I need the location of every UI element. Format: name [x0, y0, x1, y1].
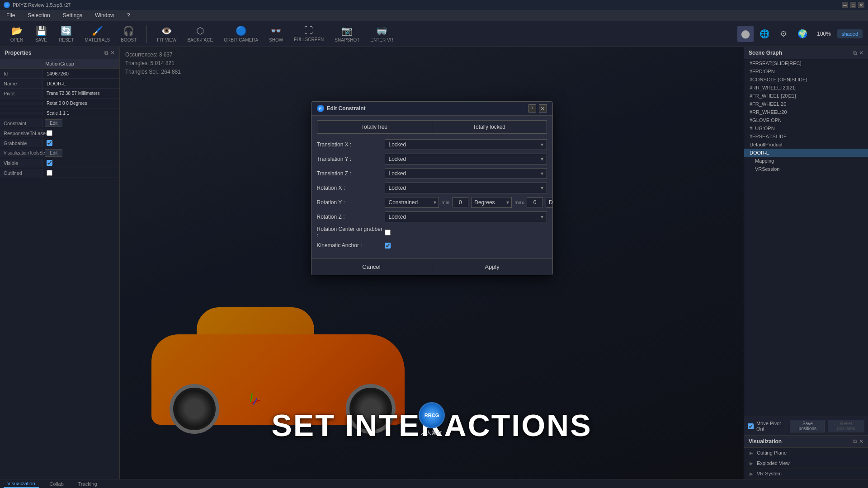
rotation-z-row: Rotation Z : Locked Free Constrained: [317, 211, 547, 222]
rotation-y-min-unit-dropdown[interactable]: Degrees Radians: [471, 197, 512, 208]
rotation-y-type-dropdown[interactable]: Constrained Locked Free: [385, 197, 439, 208]
visualization-header: Visualization ⧉ ✕: [744, 435, 868, 448]
dialog-help-button[interactable]: ?: [528, 104, 536, 113]
kinematic-anchor-checkbox[interactable]: [385, 243, 391, 249]
rotation-y-min-input[interactable]: [452, 197, 468, 207]
reset-positions-button[interactable]: Reset positions: [828, 420, 864, 432]
scene-item-glove[interactable]: #GLOVE:OPN: [744, 116, 868, 124]
shaded-button[interactable]: shaded: [837, 29, 863, 38]
scene-item-vrsession[interactable]: VRSession: [744, 165, 868, 173]
menu-selection[interactable]: Selection: [25, 11, 52, 19]
boost-button[interactable]: 🎧 BOOST: [116, 23, 141, 44]
dialog-close-button[interactable]: ✕: [539, 104, 547, 113]
orbit-camera-button[interactable]: 🔵 ORBIT CAMERA: [219, 23, 263, 44]
translation-y-select[interactable]: Locked Free Constrained: [385, 154, 547, 164]
scene-item-mapping[interactable]: Mapping: [744, 157, 868, 165]
minimize-button[interactable]: —: [842, 2, 848, 8]
translation-y-label: Translation Y :: [317, 156, 385, 162]
menu-window[interactable]: Window: [92, 11, 117, 19]
tab-visualization[interactable]: Visualization: [4, 480, 39, 488]
show-button[interactable]: 👓 SHOW: [264, 23, 288, 44]
visible-checkbox[interactable]: [47, 160, 52, 166]
constraint-edit-button[interactable]: Edit: [45, 119, 62, 127]
scene-item-rr-wheel-20[interactable]: #RR_WHEEL:20: [744, 108, 868, 116]
translation-x-select[interactable]: Locked Free Constrained: [385, 139, 547, 150]
rotation-z-select[interactable]: Locked Free Constrained: [385, 211, 547, 222]
translation-y-dropdown[interactable]: Locked Free Constrained: [385, 154, 547, 164]
responsive-checkbox[interactable]: [47, 130, 52, 136]
totally-locked-button[interactable]: Totally locked: [432, 121, 547, 133]
outlined-checkbox[interactable]: [47, 170, 52, 176]
menu-file[interactable]: File: [4, 11, 18, 19]
translation-x-label: Translation X :: [317, 141, 385, 148]
scene-item-frseat-slide[interactable]: #FRSEAT:[SLIDE|REC]: [744, 59, 868, 67]
triangles-text: Triangles: 5 014 821: [125, 59, 181, 68]
scene-item-default-product[interactable]: DefaultProduct: [744, 141, 868, 149]
panel-detach-icon[interactable]: ⧉: [104, 50, 108, 56]
prop-grabbable-row: Grabbable: [0, 138, 119, 148]
viz-edit-button[interactable]: Edit: [45, 149, 62, 157]
rotation-x-select[interactable]: Locked Free Constrained: [385, 183, 547, 193]
prop-id-label: Id: [0, 70, 43, 78]
rotation-y-type-select[interactable]: Constrained Locked Free: [385, 197, 439, 208]
close-button[interactable]: ✕: [858, 2, 864, 8]
scene-item-lug[interactable]: #LUG:OPN: [744, 124, 868, 132]
scene-item-frseat-slide2[interactable]: #FRSEAT:SLIDE: [744, 132, 868, 141]
scene-item-door-l[interactable]: DOOR-L: [744, 149, 868, 157]
scene-graph-header: Scene Graph ⧉ ✕: [744, 47, 868, 59]
viewport[interactable]: Occurrences: 3 637 Triangles: 5 014 821 …: [120, 47, 744, 479]
back-face-button[interactable]: ⬡ BACK-FACE: [183, 23, 217, 44]
scene-item-frd[interactable]: #FRD:OPN: [744, 67, 868, 75]
dialog-title-bar: P Edit Constraint ? ✕: [311, 102, 552, 116]
viz-exploded-view[interactable]: ▶ Exploded View: [744, 458, 868, 469]
scene-item-rr-wheel-20-21[interactable]: #RR_WHEEL:[20|21]: [744, 84, 868, 92]
save-icon: 💾: [36, 25, 47, 36]
grid-icon-btn[interactable]: 🌐: [756, 26, 773, 42]
tab-collab[interactable]: Collab: [46, 480, 67, 488]
translation-z-dropdown[interactable]: Locked Free Constrained: [385, 168, 547, 179]
title-bar-controls[interactable]: — □ ✕: [842, 2, 864, 8]
open-button[interactable]: 📂 OPEN: [5, 23, 28, 44]
cancel-button[interactable]: Cancel: [311, 259, 432, 275]
scene-close-icon[interactable]: ✕: [859, 50, 863, 56]
viz-detach-icon[interactable]: ⧉: [853, 438, 857, 445]
translation-x-dropdown[interactable]: Locked Free Constrained: [385, 139, 547, 150]
rrcg-watermark: RRCG 人人素材: [419, 402, 445, 436]
menu-settings[interactable]: Settings: [60, 11, 85, 19]
maximize-button[interactable]: □: [850, 2, 856, 8]
totally-free-button[interactable]: Totally free: [317, 121, 432, 133]
fullscreen-button[interactable]: ⛶ FULLSCREEN: [289, 23, 328, 44]
rotation-y-max-unit-dropdown[interactable]: Degrees Radians: [546, 197, 552, 208]
enter-vr-button[interactable]: 🥽 ENTER VR: [366, 23, 398, 44]
scene-item-fr-wheel-20[interactable]: #FR_WHEEL:20: [744, 100, 868, 108]
rotation-x-dropdown[interactable]: Locked Free Constrained: [385, 183, 547, 193]
materials-button[interactable]: 🖌️ MATERIALS: [80, 23, 114, 44]
menu-help[interactable]: ?: [124, 11, 133, 19]
viz-close-icon[interactable]: ✕: [859, 438, 863, 445]
globe-icon-btn[interactable]: 🌍: [794, 26, 811, 42]
snapshot-button[interactable]: 📷 SNAPSHOT: [330, 23, 364, 44]
settings-icon-btn[interactable]: ⚙: [775, 26, 792, 42]
tab-tracking[interactable]: Tracking: [75, 480, 101, 488]
grabbable-checkbox[interactable]: [47, 140, 52, 146]
save-positions-button[interactable]: Save positions: [790, 420, 825, 432]
reset-button[interactable]: 🔄 RESET: [54, 23, 78, 44]
rotation-center-checkbox[interactable]: [385, 230, 391, 235]
sphere-icon-btn[interactable]: ⬤: [737, 26, 754, 42]
apply-button[interactable]: Apply: [432, 259, 552, 275]
translation-z-select[interactable]: Locked Free Constrained: [385, 168, 547, 179]
viz-vr-system[interactable]: ▶ VR System: [744, 469, 868, 479]
rotation-y-max-input[interactable]: [527, 197, 543, 207]
rotation-y-min-unit-select[interactable]: Degrees Radians: [471, 197, 512, 208]
scene-item-fr-wheel-20-21[interactable]: #FR_WHEEL:[20|21]: [744, 92, 868, 100]
panel-close-icon[interactable]: ✕: [110, 50, 115, 56]
scene-detach-icon[interactable]: ⧉: [853, 50, 857, 56]
rotation-z-dropdown[interactable]: Locked Free Constrained: [385, 211, 547, 222]
nav-cube: [246, 384, 269, 407]
rotation-y-max-unit-select[interactable]: Degrees Radians: [546, 197, 552, 208]
fit-view-button[interactable]: 👁️ FIT VIEW: [152, 23, 181, 44]
move-pivot-checkbox[interactable]: [748, 423, 754, 429]
viz-cutting-plane[interactable]: ▶ Cutting Plane: [744, 448, 868, 458]
scene-item-console[interactable]: #CONSOLE:[OPN|SLIDE]: [744, 75, 868, 84]
save-button[interactable]: 💾 SAVE: [30, 23, 52, 44]
